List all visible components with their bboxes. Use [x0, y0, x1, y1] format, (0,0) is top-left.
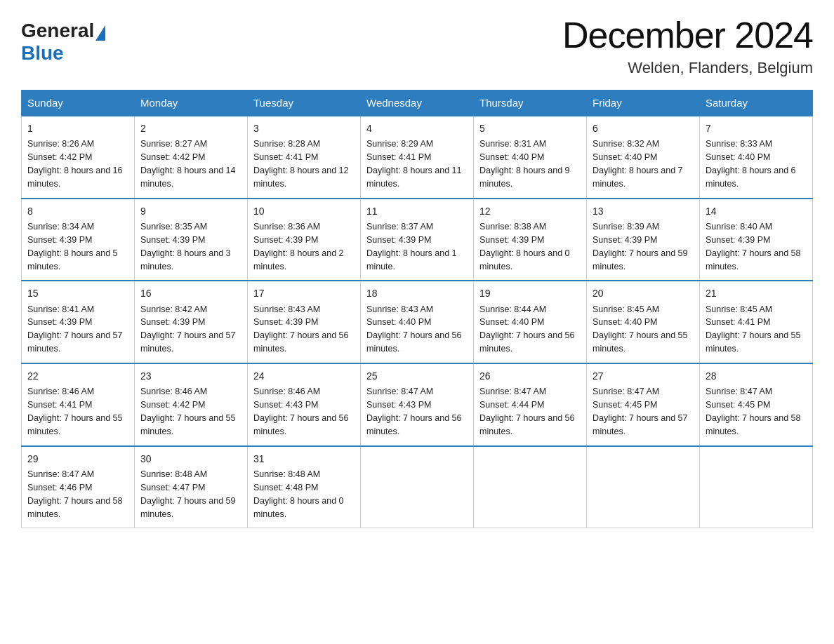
day-number: 27 — [593, 369, 694, 383]
day-number: 29 — [27, 452, 128, 466]
calendar-week-row: 1 Sunrise: 8:26 AMSunset: 4:42 PMDayligh… — [22, 116, 813, 199]
day-info: Sunrise: 8:31 AMSunset: 4:40 PMDaylight:… — [479, 139, 570, 189]
day-info: Sunrise: 8:47 AMSunset: 4:44 PMDaylight:… — [479, 387, 575, 436]
logo: General Blue — [21, 20, 105, 65]
day-number: 11 — [366, 204, 468, 218]
header-monday: Monday — [135, 90, 248, 116]
logo-triangle-icon — [95, 25, 105, 41]
calendar-cell: 25 Sunrise: 8:47 AMSunset: 4:43 PMDaylig… — [361, 363, 474, 446]
header-wednesday: Wednesday — [361, 90, 474, 116]
calendar-cell: 28 Sunrise: 8:47 AMSunset: 4:45 PMDaylig… — [700, 363, 813, 446]
calendar-cell: 8 Sunrise: 8:34 AMSunset: 4:39 PMDayligh… — [22, 199, 135, 281]
calendar-cell: 30 Sunrise: 8:48 AMSunset: 4:47 PMDaylig… — [135, 446, 248, 528]
calendar-cell: 6 Sunrise: 8:32 AMSunset: 4:40 PMDayligh… — [587, 116, 700, 199]
day-number: 6 — [593, 121, 694, 135]
day-number: 25 — [366, 369, 468, 383]
day-info: Sunrise: 8:47 AMSunset: 4:46 PMDaylight:… — [27, 469, 123, 519]
calendar-cell: 1 Sunrise: 8:26 AMSunset: 4:42 PMDayligh… — [22, 116, 135, 199]
calendar-cell: 19 Sunrise: 8:44 AMSunset: 4:40 PMDaylig… — [474, 281, 587, 363]
header-saturday: Saturday — [700, 90, 813, 116]
day-info: Sunrise: 8:33 AMSunset: 4:40 PMDaylight:… — [706, 139, 796, 189]
day-info: Sunrise: 8:29 AMSunset: 4:41 PMDaylight:… — [366, 139, 462, 189]
calendar-cell: 10 Sunrise: 8:36 AMSunset: 4:39 PMDaylig… — [248, 199, 361, 281]
calendar-cell: 26 Sunrise: 8:47 AMSunset: 4:44 PMDaylig… — [474, 363, 587, 446]
calendar-cell: 21 Sunrise: 8:45 AMSunset: 4:41 PMDaylig… — [700, 281, 813, 363]
day-info: Sunrise: 8:36 AMSunset: 4:39 PMDaylight:… — [253, 222, 344, 271]
calendar-cell: 23 Sunrise: 8:46 AMSunset: 4:42 PMDaylig… — [135, 363, 248, 446]
day-info: Sunrise: 8:46 AMSunset: 4:42 PMDaylight:… — [140, 387, 236, 436]
day-info: Sunrise: 8:44 AMSunset: 4:40 PMDaylight:… — [479, 304, 575, 354]
calendar-cell: 27 Sunrise: 8:47 AMSunset: 4:45 PMDaylig… — [587, 363, 700, 446]
header-sunday: Sunday — [22, 90, 135, 116]
calendar-header: Sunday Monday Tuesday Wednesday Thursday… — [22, 90, 813, 116]
day-number: 28 — [706, 369, 807, 383]
logo-general-text: General — [21, 20, 94, 42]
page-header: General Blue December 2024 Welden, Fland… — [21, 14, 813, 77]
calendar-cell: 5 Sunrise: 8:31 AMSunset: 4:40 PMDayligh… — [474, 116, 587, 199]
calendar-cell: 11 Sunrise: 8:37 AMSunset: 4:39 PMDaylig… — [361, 199, 474, 281]
calendar-cell — [361, 446, 474, 528]
calendar-week-row: 29 Sunrise: 8:47 AMSunset: 4:46 PMDaylig… — [22, 446, 813, 528]
day-number: 3 — [253, 121, 355, 135]
day-number: 31 — [253, 452, 355, 466]
calendar-cell: 29 Sunrise: 8:47 AMSunset: 4:46 PMDaylig… — [22, 446, 135, 528]
day-info: Sunrise: 8:42 AMSunset: 4:39 PMDaylight:… — [140, 304, 236, 354]
calendar-cell: 17 Sunrise: 8:43 AMSunset: 4:39 PMDaylig… — [248, 281, 361, 363]
weekday-header-row: Sunday Monday Tuesday Wednesday Thursday… — [22, 90, 813, 116]
day-number: 30 — [140, 452, 241, 466]
calendar-cell: 4 Sunrise: 8:29 AMSunset: 4:41 PMDayligh… — [361, 116, 474, 199]
calendar-cell — [700, 446, 813, 528]
day-number: 24 — [253, 369, 355, 383]
day-info: Sunrise: 8:48 AMSunset: 4:47 PMDaylight:… — [140, 469, 236, 519]
calendar-cell: 16 Sunrise: 8:42 AMSunset: 4:39 PMDaylig… — [135, 281, 248, 363]
day-info: Sunrise: 8:47 AMSunset: 4:43 PMDaylight:… — [366, 387, 462, 436]
day-number: 8 — [27, 204, 128, 218]
calendar-cell: 14 Sunrise: 8:40 AMSunset: 4:39 PMDaylig… — [700, 199, 813, 281]
calendar-cell: 20 Sunrise: 8:45 AMSunset: 4:40 PMDaylig… — [587, 281, 700, 363]
calendar-cell: 22 Sunrise: 8:46 AMSunset: 4:41 PMDaylig… — [22, 363, 135, 446]
day-number: 12 — [479, 204, 581, 218]
calendar-cell: 24 Sunrise: 8:46 AMSunset: 4:43 PMDaylig… — [248, 363, 361, 446]
day-number: 10 — [253, 204, 355, 218]
day-info: Sunrise: 8:41 AMSunset: 4:39 PMDaylight:… — [27, 304, 123, 354]
calendar-body: 1 Sunrise: 8:26 AMSunset: 4:42 PMDayligh… — [22, 116, 813, 528]
day-info: Sunrise: 8:47 AMSunset: 4:45 PMDaylight:… — [706, 387, 801, 436]
day-info: Sunrise: 8:48 AMSunset: 4:48 PMDaylight:… — [253, 469, 344, 519]
day-number: 7 — [706, 121, 807, 135]
day-info: Sunrise: 8:45 AMSunset: 4:41 PMDaylight:… — [706, 304, 801, 354]
calendar-cell: 15 Sunrise: 8:41 AMSunset: 4:39 PMDaylig… — [22, 281, 135, 363]
day-number: 21 — [706, 286, 807, 300]
day-number: 9 — [140, 204, 241, 218]
day-info: Sunrise: 8:45 AMSunset: 4:40 PMDaylight:… — [593, 304, 688, 354]
month-title: December 2024 — [562, 14, 813, 56]
day-info: Sunrise: 8:28 AMSunset: 4:41 PMDaylight:… — [253, 139, 349, 189]
calendar-cell: 3 Sunrise: 8:28 AMSunset: 4:41 PMDayligh… — [248, 116, 361, 199]
calendar-cell: 2 Sunrise: 8:27 AMSunset: 4:42 PMDayligh… — [135, 116, 248, 199]
day-info: Sunrise: 8:47 AMSunset: 4:45 PMDaylight:… — [593, 387, 688, 436]
day-info: Sunrise: 8:35 AMSunset: 4:39 PMDaylight:… — [140, 222, 231, 271]
day-number: 22 — [27, 369, 128, 383]
logo-blue-text: Blue — [21, 42, 64, 65]
day-number: 18 — [366, 286, 468, 300]
day-number: 20 — [593, 286, 694, 300]
day-number: 1 — [27, 121, 128, 135]
day-info: Sunrise: 8:37 AMSunset: 4:39 PMDaylight:… — [366, 222, 457, 271]
day-info: Sunrise: 8:26 AMSunset: 4:42 PMDaylight:… — [27, 139, 123, 189]
day-info: Sunrise: 8:46 AMSunset: 4:43 PMDaylight:… — [253, 387, 349, 436]
day-number: 15 — [27, 286, 128, 300]
day-number: 5 — [479, 121, 581, 135]
calendar-table: Sunday Monday Tuesday Wednesday Thursday… — [21, 90, 813, 528]
calendar-cell: 7 Sunrise: 8:33 AMSunset: 4:40 PMDayligh… — [700, 116, 813, 199]
day-number: 14 — [706, 204, 807, 218]
day-number: 19 — [479, 286, 581, 300]
day-info: Sunrise: 8:46 AMSunset: 4:41 PMDaylight:… — [27, 387, 123, 436]
day-info: Sunrise: 8:39 AMSunset: 4:39 PMDaylight:… — [593, 222, 688, 271]
day-info: Sunrise: 8:38 AMSunset: 4:39 PMDaylight:… — [479, 222, 570, 271]
day-info: Sunrise: 8:27 AMSunset: 4:42 PMDaylight:… — [140, 139, 236, 189]
day-number: 13 — [593, 204, 694, 218]
calendar-cell — [587, 446, 700, 528]
calendar-cell: 9 Sunrise: 8:35 AMSunset: 4:39 PMDayligh… — [135, 199, 248, 281]
day-info: Sunrise: 8:34 AMSunset: 4:39 PMDaylight:… — [27, 222, 118, 271]
day-info: Sunrise: 8:40 AMSunset: 4:39 PMDaylight:… — [706, 222, 801, 271]
calendar-cell: 13 Sunrise: 8:39 AMSunset: 4:39 PMDaylig… — [587, 199, 700, 281]
